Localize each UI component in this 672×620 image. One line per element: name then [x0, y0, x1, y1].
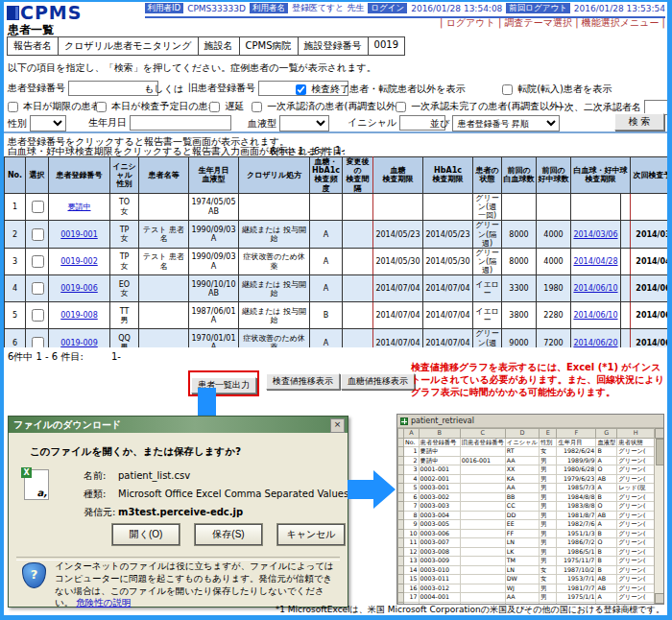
column-header: 生年月日 血液型: [189, 157, 239, 194]
column-header: 患者の 状態: [473, 157, 502, 194]
birth-input[interactable]: [130, 115, 231, 131]
page-frame-right: [667, 0, 672, 620]
save-button[interactable]: 保存(S): [195, 524, 262, 545]
delayed-checkbox[interactable]: [209, 102, 220, 112]
freq-cell: A: [310, 221, 343, 249]
file-source-label: 発信元:: [84, 506, 118, 519]
glucose-due-cell: 2014/07/04: [373, 329, 423, 347]
or-label: もしくは: [144, 83, 183, 96]
row-number: 3: [5, 248, 26, 275]
risk-explanation-link[interactable]: 危険性の説明: [76, 597, 131, 608]
column-header: 血糖 検査期限: [373, 157, 423, 194]
user-id-value: CPMS33333D: [187, 4, 246, 13]
excel-row: 80003-004DD男1981/8/7ABグリーン(: [398, 511, 655, 520]
exclude-finished-label: 検査終了患者・転院患者以外を表示: [311, 83, 465, 94]
freq-cell: B: [310, 302, 343, 329]
wbc-due-link[interactable]: 2014/06/10: [573, 284, 617, 293]
blood-select[interactable]: [279, 115, 329, 131]
last-logout-label: 前回ログアウト: [506, 3, 570, 13]
status-cell: グリーン(週一回): [473, 193, 502, 221]
patient-row: 40019-006EO 女1990/10/10 AB継続または 投与開始A201…: [5, 275, 668, 302]
wbc-due-link[interactable]: 2014/06/20: [573, 339, 617, 347]
file-type-label: 種類:: [84, 488, 118, 501]
dialog-question: このファイルを開くか、または保存しますか?: [30, 445, 241, 459]
freq-cell: A: [310, 248, 343, 275]
row-number: 2: [5, 221, 26, 249]
reg-cell: 0019-008: [49, 302, 110, 329]
search-button[interactable]: 検 索: [614, 113, 664, 131]
lab-trend-button[interactable]: 検査値推移表示: [266, 373, 340, 390]
patient-table: No.選択患者登録番号イニシャル 性別患者名等生年月日 血液型クロザリル処方血糖…: [4, 156, 667, 347]
first-unapproved-checkbox[interactable]: [396, 102, 406, 112]
neutrophil-cell: 4000: [537, 248, 571, 275]
user-name-label: 利用者名: [250, 3, 288, 13]
initial-sex-cell: TT 男: [110, 302, 139, 329]
file-name-value: patient_list.csv: [118, 470, 190, 481]
row-select-checkbox[interactable]: [32, 255, 44, 268]
user-info-strip: 利用者ID CPMS33333D 利用者名 登録医てすと 先生 ログイン 201…: [145, 2, 665, 18]
right-arrow: [348, 467, 397, 512]
prescription-cell: 症状改善のため休薬: [239, 248, 310, 275]
patient-number-link[interactable]: 要請中: [68, 203, 91, 211]
glucose-trend-button[interactable]: 血糖値推移表示: [341, 373, 415, 390]
row-select-checkbox[interactable]: [32, 337, 44, 347]
exclude-finished-checkbox[interactable]: [296, 84, 306, 95]
down-arrow: [198, 388, 216, 416]
reporter-name-value: クロザリル患者モニタリング: [58, 36, 199, 56]
due-today-checkbox[interactable]: [8, 102, 18, 112]
first-approved-checkbox[interactable]: [252, 102, 262, 112]
wbc-due-link[interactable]: 2014/03/06: [573, 230, 617, 239]
sort-select[interactable]: 患者登録番号 昇順: [452, 115, 560, 131]
patient-number-link[interactable]: 0019-009: [60, 339, 98, 347]
sex-select[interactable]: [30, 115, 66, 131]
dialog-close-icon[interactable]: ×: [330, 418, 345, 433]
select-cell: [26, 221, 49, 249]
top-link[interactable]: 調査テーマ選択: [505, 17, 572, 28]
birth-blood-cell: 1974/05/05 AB: [189, 193, 239, 221]
hba1c-due-cell: 2014/05/30: [423, 248, 473, 275]
wbc-due-link[interactable]: 2014/04/28: [573, 257, 617, 266]
prescription-cell: 症状改善のため休薬: [239, 329, 310, 347]
row-select-checkbox[interactable]: [32, 309, 44, 322]
reporter-info-bar: 報告者名 クロザリル患者モニタリング 施設名 CPMS病院 施設登録番号 001…: [8, 36, 405, 56]
scroll-up-icon[interactable]: [655, 428, 664, 439]
status-cell: イエロー: [473, 302, 502, 329]
wbc-due-link[interactable]: 2014/06/10: [573, 311, 617, 320]
patient-number-link[interactable]: 0019-008: [60, 311, 98, 320]
prescription-cell: 継続または 投与開始: [239, 221, 310, 249]
open-button[interactable]: 開く(O): [112, 524, 180, 545]
excel-scrollbar[interactable]: [654, 428, 663, 604]
hba1c-due-cell: 2014/07/04: [423, 302, 473, 329]
freq-cell: A: [310, 329, 343, 347]
cpms-logo: CPMS: [7, 2, 82, 23]
spacer-cell: [621, 248, 631, 275]
reg-cell: 0019-002: [49, 248, 110, 275]
status-cell: グリーン(隔週): [473, 248, 502, 275]
blood-label: 血液型: [248, 118, 276, 129]
patient-number-link[interactable]: 0019-006: [60, 284, 98, 293]
page-frame-left: [0, 0, 4, 620]
scheduled-today-checkbox[interactable]: [96, 102, 107, 112]
row-select-checkbox[interactable]: [32, 282, 44, 295]
hba1c-due-cell: 2014/07/04: [423, 275, 473, 302]
cancel-button[interactable]: キャンセル: [277, 524, 345, 545]
excel-row: 140003-010LN女1987/10/2Bグリーン(: [398, 565, 655, 575]
glucose-due-cell: 2014/07/04: [373, 302, 423, 329]
scroll-down-icon[interactable]: [655, 593, 664, 604]
first-approved-label: 一次承認済の患者(再調査以外): [267, 101, 399, 111]
column-header: クロザリル処方: [239, 157, 310, 194]
column-header: 患者登録番号: [49, 157, 110, 194]
patient-number-link[interactable]: 0019-002: [60, 257, 98, 266]
status-cell: イエロー: [473, 275, 502, 302]
row-number: 1: [5, 193, 26, 221]
due-today-label: 本日が期限の患者: [23, 101, 100, 111]
transferred-checkbox[interactable]: [502, 84, 513, 95]
file-download-dialog: ファイルのダウンロード × このファイルを開くか、または保存しますか? X a,…: [8, 416, 348, 608]
top-link[interactable]: 機能選択メニュー: [582, 17, 660, 28]
row-select-checkbox[interactable]: [32, 228, 44, 241]
top-link[interactable]: ログアウト: [446, 17, 495, 28]
row-select-checkbox[interactable]: [32, 201, 44, 213]
scrollbar-thumb[interactable]: [656, 439, 664, 465]
birth-blood-cell: 1990/10/10 AB: [189, 275, 239, 302]
patient-number-link[interactable]: 0019-001: [60, 230, 98, 239]
